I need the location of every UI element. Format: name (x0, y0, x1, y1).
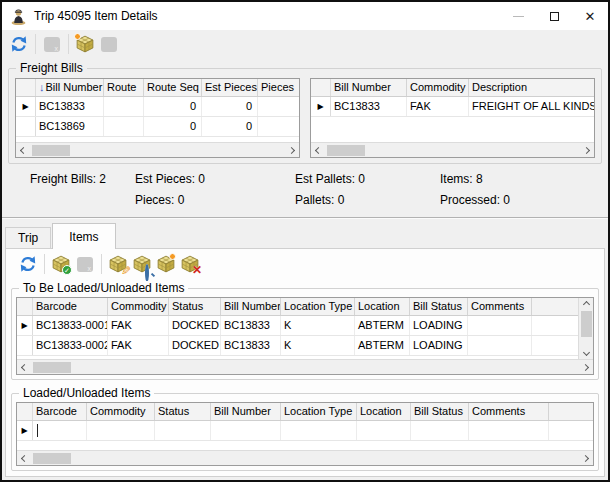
scrollbar-thumb[interactable] (33, 362, 71, 373)
summary-est-pallets: Est Pallets: 0 (295, 172, 440, 193)
scroll-up-arrow[interactable] (582, 301, 589, 308)
column-header-location-type[interactable]: Location Type (281, 298, 355, 315)
scroll-right-arrow[interactable] (288, 146, 295, 153)
cell-route (104, 97, 144, 116)
scroll-right-arrow[interactable] (582, 454, 589, 461)
column-header-bill-number[interactable]: Bill Number (211, 403, 281, 420)
scroll-left-arrow[interactable] (21, 454, 28, 461)
column-header-route-seq[interactable]: Route Seq (144, 79, 202, 96)
column-header-comments[interactable]: Comments (468, 298, 532, 315)
cell-status (155, 421, 211, 440)
column-header-pieces[interactable]: Pieces (258, 79, 299, 96)
cell-bill-status (411, 421, 469, 440)
loaded-group-label: Loaded/Unloaded Items (19, 386, 154, 400)
table-row[interactable]: ▶ (17, 421, 593, 441)
column-header-barcode[interactable]: Barcode (33, 403, 87, 420)
cell-filler (532, 316, 578, 335)
column-header-bill-status[interactable]: Bill Status (411, 403, 469, 420)
refresh-button[interactable] (7, 32, 31, 56)
refresh-icon (19, 255, 37, 273)
column-header-bill-number[interactable]: ↓Bill Number (36, 79, 104, 96)
tab-trip[interactable]: Trip (5, 227, 51, 248)
app-icon (10, 8, 27, 25)
cell-location: ABTERM (355, 316, 410, 335)
remove-button-disabled: x (40, 32, 64, 56)
scrollbar-thumb[interactable] (32, 145, 70, 156)
cell-bill-number: BC13833 (36, 97, 104, 116)
scrollbar-thumb[interactable] (581, 311, 592, 337)
scroll-right-arrow[interactable] (582, 363, 589, 370)
column-header-location[interactable]: Location (357, 403, 411, 420)
table-row[interactable]: ▶ BC13833 FAK FREIGHT OF ALL KINDS (311, 97, 594, 117)
new-item-button[interactable] (154, 252, 178, 276)
grid-body: ▶ (17, 421, 593, 450)
minimize-icon (513, 16, 524, 17)
search-item-button[interactable] (130, 252, 154, 276)
cell-est-pieces: 0 (202, 97, 258, 116)
delete-item-button[interactable]: ✕ (178, 252, 202, 276)
minimize-button[interactable] (500, 2, 536, 30)
main-toolbar: x (2, 30, 608, 58)
column-header-bill-status[interactable]: Bill Status (410, 298, 468, 315)
table-row[interactable]: ▶ BC13833 0 0 (16, 97, 299, 117)
maximize-button[interactable] (536, 2, 572, 30)
table-row[interactable]: ▶ BC13833-0001 FAK DOCKED BC13833 K ABTE… (17, 316, 578, 336)
edit-item-button[interactable]: ✎ (106, 252, 130, 276)
grid-body: ▶ BC13833 0 0 BC13869 0 0 (16, 97, 299, 142)
cell-filler (549, 421, 593, 440)
refresh-button[interactable] (16, 252, 40, 276)
column-header-filler (532, 298, 578, 315)
bill-detail-grid: Bill Number Commodity Description ▶ BC13… (310, 78, 595, 158)
scroll-right-arrow[interactable] (583, 146, 590, 153)
scrollbar-thumb[interactable] (33, 453, 71, 464)
scroll-down-arrow[interactable] (582, 349, 589, 356)
column-header-location[interactable]: Location (355, 298, 410, 315)
tab-items[interactable]: Items (52, 223, 115, 249)
summary-pieces: Pieces: 0 (135, 193, 295, 214)
scroll-left-arrow[interactable] (20, 146, 27, 153)
summary-est-pieces: Est Pieces: 0 (135, 172, 295, 193)
cell-location: ABTERM (355, 336, 410, 355)
table-row[interactable]: BC13833-0002 FAK DOCKED BC13833 K ABTERM… (17, 336, 578, 356)
column-header-comments[interactable]: Comments (469, 403, 549, 420)
cell-pieces (258, 97, 299, 116)
cell-status: DOCKED (169, 316, 221, 335)
cell-commodity: FAK (407, 97, 469, 116)
scrollbar-thumb[interactable] (327, 145, 365, 156)
column-header-status[interactable]: Status (169, 298, 221, 315)
scroll-left-arrow[interactable] (21, 363, 28, 370)
scroll-left-arrow[interactable] (315, 146, 322, 153)
close-icon: ✕ (585, 10, 596, 23)
column-header-bill-number[interactable]: Bill Number (221, 298, 281, 315)
column-header-commodity[interactable]: Commodity (407, 79, 469, 96)
cell-commodity: FAK (108, 336, 169, 355)
column-header-location-type[interactable]: Location Type (281, 403, 357, 420)
horizontal-scrollbar (17, 450, 593, 465)
summary-processed: Processed: 0 (440, 193, 602, 214)
column-header-description[interactable]: Description (469, 79, 594, 96)
grid-header: Barcode Commodity Status Bill Number Loc… (17, 403, 593, 421)
sort-descending-icon: ↓ (39, 81, 45, 93)
magnifier-badge-icon (145, 267, 153, 275)
column-header-commodity[interactable]: Commodity (108, 298, 169, 315)
to-be-loaded-group-label: To Be Loaded/Unloaded Items (19, 281, 188, 295)
column-header-est-pieces[interactable]: Est Pieces (202, 79, 258, 96)
column-header-commodity[interactable]: Commodity (87, 403, 155, 420)
cell-barcode-editing[interactable] (33, 421, 87, 440)
cell-comments (468, 336, 532, 355)
new-dot-icon (74, 33, 81, 40)
freight-bills-group: Freight Bills ↓Bill Number Route Route S… (8, 68, 602, 164)
cell-location-type (281, 421, 357, 440)
horizontal-scrollbar (17, 359, 593, 374)
table-row[interactable]: BC13869 0 0 (16, 117, 299, 137)
package-new-button[interactable] (73, 32, 97, 56)
close-button[interactable]: ✕ (572, 2, 608, 30)
column-header-route[interactable]: Route (104, 79, 144, 96)
confirm-item-button[interactable]: ✓ (49, 252, 73, 276)
current-row-icon: ▶ (317, 103, 323, 111)
column-header-status[interactable]: Status (155, 403, 211, 420)
horizontal-scrollbar (311, 142, 594, 157)
column-header-barcode[interactable]: Barcode (33, 298, 108, 315)
row-selector-cell: ▶ (16, 97, 36, 116)
column-header-bill-number[interactable]: Bill Number (331, 79, 407, 96)
